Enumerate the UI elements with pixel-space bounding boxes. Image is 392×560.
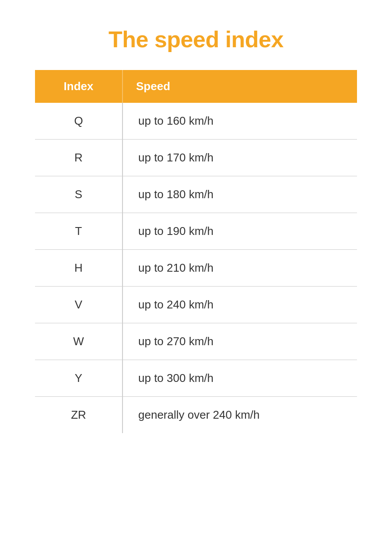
table-row: ZRgenerally over 240 km/h xyxy=(35,397,357,434)
table-row: Tup to 190 km/h xyxy=(35,213,357,250)
column-header-speed: Speed xyxy=(122,70,357,103)
index-cell: R xyxy=(35,140,122,176)
index-cell: H xyxy=(35,250,122,287)
speed-cell: up to 270 km/h xyxy=(122,323,357,360)
speed-cell: up to 180 km/h xyxy=(122,176,357,213)
index-cell: S xyxy=(35,176,122,213)
table-row: Hup to 210 km/h xyxy=(35,250,357,287)
speed-index-table: Index Speed Qup to 160 km/hRup to 170 km… xyxy=(35,70,357,433)
speed-cell: up to 170 km/h xyxy=(122,140,357,176)
table-row: Wup to 270 km/h xyxy=(35,323,357,360)
speed-cell: up to 190 km/h xyxy=(122,213,357,250)
table-row: Qup to 160 km/h xyxy=(35,103,357,140)
speed-cell: generally over 240 km/h xyxy=(122,397,357,434)
column-header-index: Index xyxy=(35,70,122,103)
index-cell: Q xyxy=(35,103,122,140)
speed-cell: up to 210 km/h xyxy=(122,250,357,287)
index-cell: V xyxy=(35,287,122,323)
index-cell: ZR xyxy=(35,397,122,434)
table-row: Yup to 300 km/h xyxy=(35,360,357,397)
table-row: Vup to 240 km/h xyxy=(35,287,357,323)
table-row: Rup to 170 km/h xyxy=(35,140,357,176)
index-cell: Y xyxy=(35,360,122,397)
page-title: The speed index xyxy=(108,26,284,52)
index-cell: W xyxy=(35,323,122,360)
table-row: Sup to 180 km/h xyxy=(35,176,357,213)
speed-cell: up to 160 km/h xyxy=(122,103,357,140)
index-cell: T xyxy=(35,213,122,250)
speed-cell: up to 240 km/h xyxy=(122,287,357,323)
speed-cell: up to 300 km/h xyxy=(122,360,357,397)
